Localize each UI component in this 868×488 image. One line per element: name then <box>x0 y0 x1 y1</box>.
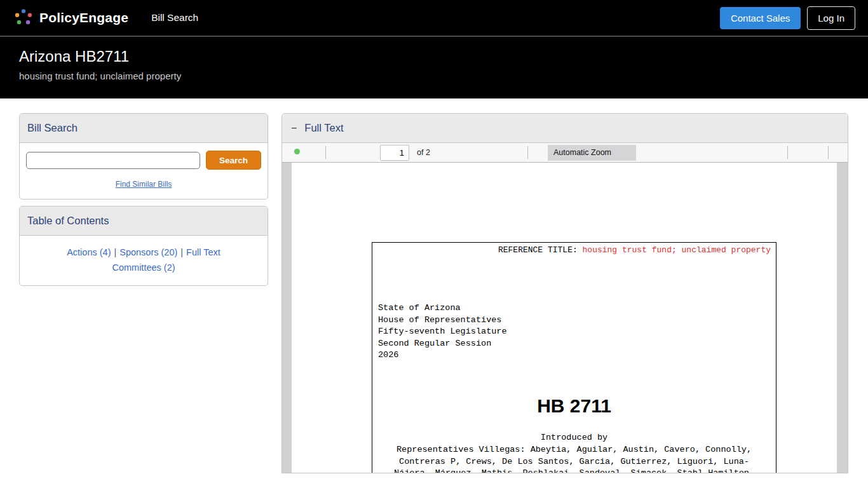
pdf-status-dot-icon <box>294 149 300 154</box>
toc-link-sponsors[interactable]: Sponsors (20) <box>119 247 177 257</box>
contact-sales-button[interactable]: Contact Sales <box>720 7 801 29</box>
login-button[interactable]: Log In <box>807 6 855 30</box>
toc-panel-title: Table of Contents <box>20 207 268 236</box>
page-number-input[interactable] <box>380 145 409 161</box>
bill-header-line: State of Arizona <box>378 302 507 315</box>
bill-header-line: Second Regular Session <box>378 338 507 350</box>
find-similar-bills-link[interactable]: Find Similar Bills <box>116 180 172 189</box>
sponsor-line: Representatives Villegas: Abeytia, Aguil… <box>372 444 776 456</box>
toolbar-divider <box>787 146 788 159</box>
page-title: Arizona HB2711 <box>19 48 849 65</box>
bill-search-panel: Bill Search Search Find Similar Bills <box>19 113 268 200</box>
pdf-page: REFERENCE TITLE: housing trust fund; unc… <box>292 163 837 473</box>
pdf-toolbar: of 2 Automatic Zoom <box>282 143 848 163</box>
bill-search-panel-title: Bill Search <box>20 114 268 143</box>
toc-link-full-text[interactable]: Full Text <box>186 247 220 257</box>
toolbar-divider <box>828 146 829 159</box>
sidebar: Bill Search Search Find Similar Bills Ta… <box>19 113 268 292</box>
brand-logo[interactable]: PolicyEngage <box>13 7 128 29</box>
reference-title-value: housing trust fund; unclaimed property <box>583 245 771 255</box>
bill-number: HB 2711 <box>372 395 776 417</box>
bill-header-line: 2026 <box>378 349 507 362</box>
top-bar: PolicyEngage Bill Search Contact Sales L… <box>0 0 868 37</box>
brand-logo-dots-icon <box>13 7 34 29</box>
bill-document-border: REFERENCE TITLE: housing trust fund; unc… <box>372 242 776 473</box>
content-area: Bill Search Search Find Similar Bills Ta… <box>0 98 868 473</box>
bill-header-line: Fifty-seventh Legislature <box>378 326 507 338</box>
toc-link-committees[interactable]: Committees (2) <box>112 262 175 273</box>
reference-title-label: REFERENCE TITLE: <box>498 245 583 255</box>
page-count-label: of 2 <box>417 148 430 157</box>
bill-hero: Arizona HB2711 housing trust fund; uncla… <box>0 37 868 98</box>
full-text-panel: − Full Text of 2 Automatic Zoom REFERENC… <box>281 113 848 473</box>
pdf-viewer[interactable]: REFERENCE TITLE: housing trust fund; unc… <box>282 163 848 473</box>
toc-panel-body: Actions (4)|Sponsors (20)|Full Text Comm… <box>20 236 268 285</box>
toolbar-divider <box>325 146 326 159</box>
sponsor-list: Representatives Villegas: Abeytia, Aguil… <box>372 444 776 473</box>
introduced-by-label: Introduced by <box>372 433 776 442</box>
table-of-contents-panel: Table of Contents Actions (4)|Sponsors (… <box>19 206 268 286</box>
full-text-panel-header: − Full Text <box>282 114 848 143</box>
full-text-panel-title: Full Text <box>304 122 343 134</box>
bill-header-block: State of Arizona House of Representative… <box>378 302 507 362</box>
bill-search-panel-body: Search Find Similar Bills <box>20 143 268 199</box>
nav-bill-search[interactable]: Bill Search <box>151 12 198 23</box>
toc-separator: | <box>180 247 183 257</box>
sponsor-line: Contreras P, Crews, De Los Santos, Garci… <box>372 456 776 468</box>
bill-search-button[interactable]: Search <box>206 151 261 170</box>
brand-name: PolicyEngage <box>39 10 128 25</box>
page-subtitle: housing trust fund; unclaimed property <box>19 71 849 81</box>
sponsor-line: Nájera, Márquez, Mathis, Peshlakai, Sand… <box>372 468 776 473</box>
collapse-panel-icon[interactable]: − <box>291 123 297 134</box>
bill-header-line: House of Representatives <box>378 315 507 327</box>
reference-title-line: REFERENCE TITLE: housing trust fund; unc… <box>498 245 771 255</box>
zoom-select[interactable]: Automatic Zoom <box>548 145 636 161</box>
top-nav: Bill Search <box>151 12 198 24</box>
bill-search-input[interactable] <box>26 152 200 169</box>
toc-separator: | <box>114 247 116 257</box>
toolbar-divider <box>527 146 528 159</box>
toc-link-actions[interactable]: Actions (4) <box>67 247 111 257</box>
